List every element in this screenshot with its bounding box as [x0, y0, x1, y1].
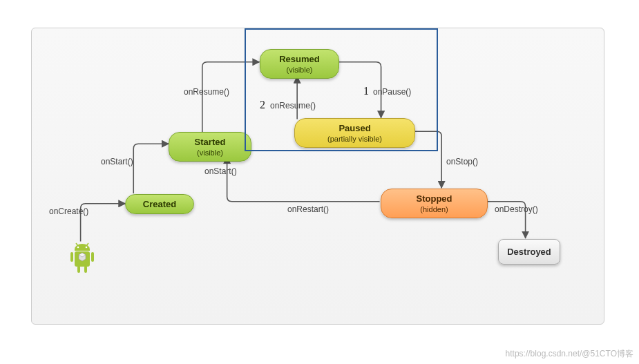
watermark-url: https://blog.csdn.net/ — [506, 349, 582, 358]
watermark: https://blog.csdn.net/@51CTO博客 — [506, 348, 633, 360]
edge-onstart2-label: onStart() — [204, 166, 237, 176]
svg-rect-5 — [70, 252, 73, 262]
state-destroyed-title: Destroyed — [506, 247, 553, 257]
state-started-sub: (visible) — [182, 149, 238, 157]
edge-ondestroy-label: onDestroy() — [495, 204, 538, 214]
state-resumed: Resumed (visible) — [260, 49, 339, 79]
svg-point-1 — [86, 247, 88, 249]
edge-onresume-label: onResume() — [184, 87, 229, 97]
state-started: Started (visible) — [169, 132, 251, 162]
edge-onresume2-label: onResume() — [270, 101, 316, 111]
android-icon — [66, 242, 98, 280]
state-paused: Paused (partially visible) — [294, 118, 415, 148]
edge-onpause-label: onPause() — [373, 87, 411, 97]
edge-oncreate-label: onCreate() — [49, 207, 88, 216]
state-paused-title: Paused — [307, 123, 402, 133]
state-stopped-sub: (hidden) — [394, 205, 475, 213]
annotation-2: 2 — [260, 99, 265, 111]
svg-rect-6 — [91, 252, 94, 262]
state-destroyed: Destroyed — [498, 239, 560, 265]
edge-onstart-label: onStart() — [101, 157, 133, 166]
state-resumed-title: Resumed — [273, 54, 326, 64]
diagram-canvas: Created Started (visible) Resumed (visib… — [31, 28, 604, 325]
svg-rect-8 — [84, 266, 87, 273]
state-stopped: Stopped (hidden) — [381, 189, 488, 218]
annotation-1: 1 — [363, 85, 369, 97]
state-stopped-title: Stopped — [394, 193, 475, 204]
state-created-title: Created — [138, 199, 181, 209]
state-resumed-sub: (visible) — [273, 66, 326, 74]
state-created: Created — [125, 194, 194, 214]
state-paused-sub: (partially visible) — [307, 135, 402, 143]
svg-rect-7 — [77, 266, 80, 273]
edge-onrestart-label: onRestart() — [287, 204, 329, 214]
state-started-title: Started — [182, 137, 238, 147]
svg-point-0 — [77, 247, 79, 249]
edge-onstop-label: onStop() — [446, 157, 478, 166]
watermark-handle: @51CTO博客 — [582, 349, 633, 358]
